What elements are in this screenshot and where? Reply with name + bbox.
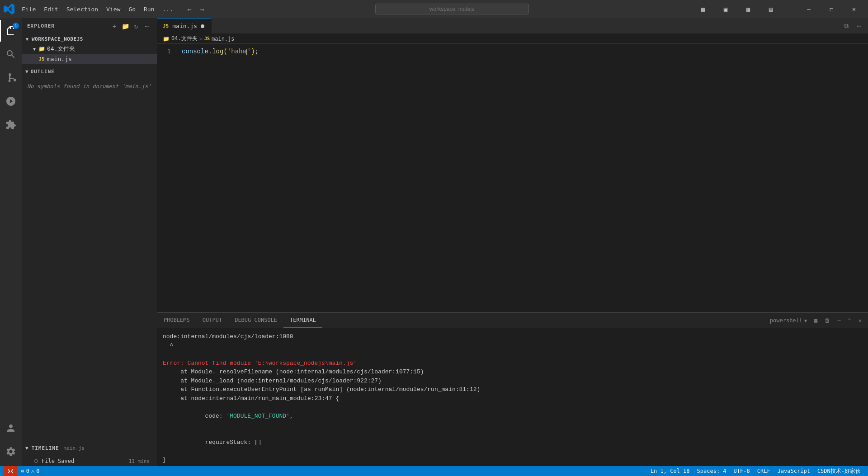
nav-arrows: ← →: [184, 4, 208, 14]
line-ending-status[interactable]: CRLF: [754, 466, 774, 476]
split-icon: ▦: [814, 317, 817, 324]
workspace-root[interactable]: ▼ WORKSPACE_NODEJS: [22, 34, 157, 44]
terminal-close-brace: }: [163, 456, 863, 465]
activity-account[interactable]: [0, 417, 22, 439]
new-folder-icon[interactable]: 📁: [121, 22, 130, 31]
panel-maximize-button[interactable]: ⌃: [845, 315, 854, 326]
breadcrumb: 📁 04.文件夹 > JS main.js: [157, 34, 868, 44]
menu-bar: File Edit Selection View Go Run ...: [18, 4, 177, 14]
maximize-icon: ⌃: [848, 317, 851, 324]
nav-forward-button[interactable]: →: [197, 4, 208, 14]
outline-header[interactable]: ▼ OUTLINE: [22, 64, 157, 80]
terminal-stack-3: at node:internal/main/run_main_module:23…: [163, 394, 863, 403]
terminal-require-prop: requireStack: []: [198, 439, 261, 446]
menu-view[interactable]: View: [103, 4, 124, 14]
panel-close-button[interactable]: ✕: [856, 315, 864, 326]
activity-extensions[interactable]: [0, 114, 22, 136]
titlebar-search-area: [215, 4, 689, 14]
collapse-icon[interactable]: ⋯: [142, 22, 151, 31]
timeline-section: ▼ TIMELINE main.js File Saved 11 mins: [22, 440, 157, 466]
terminal-code-value: 'MODULE_NOT_FOUND': [226, 413, 289, 419]
csdn-status[interactable]: CSDN技术-好家伙: [814, 466, 864, 476]
code-editor[interactable]: 1 console.log('haha');: [157, 44, 868, 312]
sidebar-header-actions: + 📁 ↻ ⋯: [110, 22, 151, 31]
more-actions-button[interactable]: ⋯: [854, 20, 864, 31]
outline-empty-message: No symbols found in document 'main.js': [22, 80, 157, 93]
remote-status[interactable]: ❯❮: [4, 466, 17, 476]
breadcrumb-file-icon: JS: [204, 36, 210, 41]
activity-explorer[interactable]: 1: [0, 20, 22, 42]
code-line-1: 1 console.log('haha');: [157, 47, 868, 56]
new-file-icon[interactable]: +: [110, 22, 119, 31]
terminal-name[interactable]: powershell ▼: [767, 315, 810, 326]
line-number-1: 1: [157, 47, 180, 56]
menu-file[interactable]: File: [18, 4, 39, 14]
activity-settings[interactable]: [0, 441, 22, 462]
panel-tab-debug[interactable]: DEBUG CONSOLE: [228, 313, 283, 328]
timeline-item-file-saved[interactable]: File Saved 11 mins: [22, 456, 157, 466]
breadcrumb-file[interactable]: main.js: [212, 36, 235, 42]
panel-tab-output[interactable]: OUTPUT: [196, 313, 228, 328]
folder-04[interactable]: ▼ 📁 04.文件夹: [22, 44, 157, 54]
close-button[interactable]: ✕: [844, 2, 864, 16]
activity-bar: 1: [0, 18, 22, 466]
search-input[interactable]: [375, 4, 529, 14]
terminal-stack-0: at Module._resolveFilename (node:interna…: [163, 368, 863, 377]
spaces-status[interactable]: Spaces: 4: [693, 466, 730, 476]
panel-tabs: PROBLEMS OUTPUT DEBUG CONSOLE TERMINAL p…: [157, 313, 868, 329]
activity-run[interactable]: [0, 90, 22, 112]
panel-actions: powershell ▼ ▦ 🗑 ⋯ ⌃: [764, 313, 868, 328]
language-status[interactable]: JavaScript: [774, 466, 814, 476]
maximize-button[interactable]: ◻: [821, 2, 842, 16]
explorer-title: Explorer: [27, 23, 55, 29]
panel-tab-problems[interactable]: PROBLEMS: [157, 313, 196, 328]
customize-layout-icon[interactable]: ▤: [760, 2, 781, 16]
file-main-js[interactable]: JS main.js: [22, 54, 157, 64]
timeline-header[interactable]: ▼ TIMELINE main.js: [22, 440, 157, 456]
kill-terminal-button[interactable]: 🗑: [822, 315, 833, 326]
panel-layout-icon[interactable]: ▣: [715, 2, 736, 16]
activity-source-control[interactable]: [0, 67, 22, 89]
remote-icon: ❯❮: [7, 468, 14, 474]
errors-status[interactable]: ⊗ 0 △ 0: [17, 466, 43, 476]
main-layout: 1: [0, 18, 868, 466]
more-icon: ⋯: [837, 317, 840, 324]
terminal-prop-code: code:: [198, 413, 226, 419]
errors-count: 0: [26, 468, 29, 474]
sidebar-header: Explorer + 📁 ↻ ⋯: [22, 18, 157, 34]
terminal-require-line: requireStack: []: [163, 429, 863, 456]
menu-go[interactable]: Go: [125, 4, 139, 14]
breadcrumb-folder-icon: 📁: [163, 36, 170, 42]
panel: PROBLEMS OUTPUT DEBUG CONSOLE TERMINAL p…: [157, 312, 868, 466]
ln-col-status[interactable]: Ln 1, Col 18: [647, 466, 693, 476]
tab-main-js[interactable]: JS main.js: [157, 18, 212, 33]
menu-run[interactable]: Run: [140, 4, 158, 14]
timeline-arrow: ▼: [25, 445, 29, 451]
split-editor-button[interactable]: ⧉: [841, 20, 852, 31]
panel-tab-terminal[interactable]: TERMINAL: [283, 313, 322, 328]
terminal-line-0: node:internal/modules/cjs/loader:1080: [163, 332, 863, 341]
refresh-icon[interactable]: ↻: [132, 22, 141, 31]
status-bar: ❯❮ ⊗ 0 △ 0 Ln 1, Col 18 Spaces: 4 UTF-8 …: [0, 466, 868, 476]
tab-bar-actions: ⧉ ⋯: [837, 18, 868, 33]
menu-selection[interactable]: Selection: [63, 4, 102, 14]
activity-bottom: [0, 417, 22, 466]
line-content-1: console.log('haha');: [180, 47, 868, 56]
terminal-code-line: code: 'MODULE_NOT_FOUND',: [163, 403, 863, 429]
nav-back-button[interactable]: ←: [184, 4, 195, 14]
folder-icon: 📁: [38, 45, 45, 52]
menu-more[interactable]: ...: [159, 4, 177, 14]
menu-edit[interactable]: Edit: [40, 4, 61, 14]
outline-section: ▼ OUTLINE No symbols found in document '…: [22, 64, 157, 440]
breadcrumb-folder[interactable]: 04.文件夹: [171, 35, 198, 42]
encoding-status[interactable]: UTF-8: [730, 466, 754, 476]
tab-modified-dot: [201, 24, 204, 28]
terminal-line-1: ^: [163, 341, 863, 350]
minimize-button[interactable]: −: [798, 2, 819, 16]
split-layout-icon[interactable]: ▦: [738, 2, 759, 16]
activity-search[interactable]: [0, 43, 22, 65]
terminal-content[interactable]: node:internal/modules/cjs/loader:1080 ^ …: [157, 329, 868, 466]
panel-more-button[interactable]: ⋯: [835, 315, 843, 326]
split-terminal-button[interactable]: ▦: [811, 315, 820, 326]
sidebar-layout-icon[interactable]: ▩: [693, 2, 713, 16]
